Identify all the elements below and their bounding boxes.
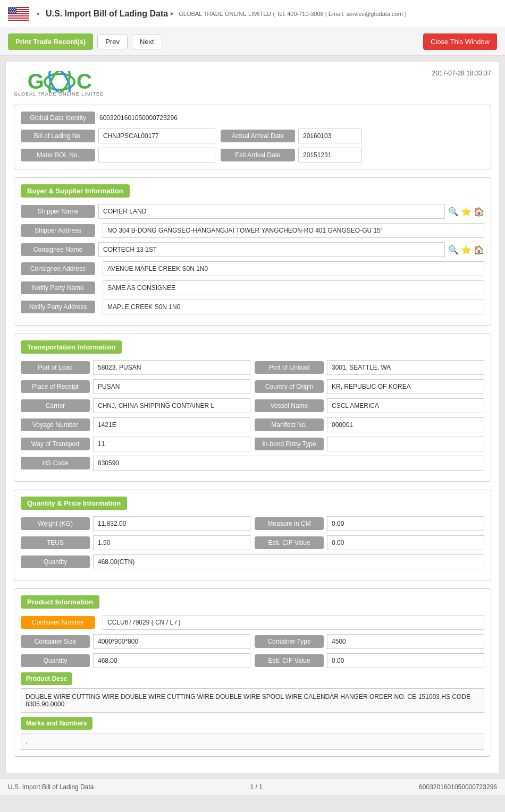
toolbar: Print Trade Record(s) Prev Next Close Th…: [0, 28, 505, 56]
esti-cif-field[interactable]: [327, 535, 484, 550]
title-dropdown-arrow[interactable]: ▾: [170, 10, 173, 18]
svg-rect-5: [8, 16, 29, 18]
inbond-entry-field[interactable]: [327, 437, 484, 451]
container-number-label: Container Number: [21, 616, 95, 629]
way-of-transport-label: Way of Transport: [21, 438, 90, 450]
shipper-search-icon[interactable]: 🔍: [448, 207, 459, 217]
esti-arrival-field[interactable]: [298, 148, 362, 163]
prev-button[interactable]: Prev: [97, 34, 128, 49]
manifest-no-field[interactable]: [327, 417, 484, 432]
logo-symbol: [44, 71, 75, 92]
top-header: ▾ U.S. Import Bill of Lading Data ▾ GLOB…: [0, 0, 505, 28]
shipper-home-icon[interactable]: 🏠: [474, 207, 484, 217]
weight-measure-row: Weight (KG) Measure in CM: [21, 516, 484, 531]
flag-icon: [8, 5, 33, 22]
esti-cif-label: Esti. CIF Value: [255, 536, 324, 549]
shipper-name-field[interactable]: [98, 204, 445, 219]
buyer-supplier-header: Buyer & Supplier Information: [21, 184, 130, 198]
svg-point-11: [15, 7, 16, 8]
carrier-field[interactable]: [93, 398, 250, 413]
shipper-address-field[interactable]: [103, 223, 484, 238]
transport-inbond-row: Way of Transport In-bond Entry Type: [21, 437, 484, 451]
product-esti-cif-field[interactable]: [327, 653, 484, 668]
hs-code-label: HS Code: [21, 457, 90, 469]
timestamp: 2017-07-28 18:33:37: [432, 70, 491, 77]
way-of-transport-field[interactable]: [93, 437, 250, 451]
bol-no-field[interactable]: [98, 129, 215, 143]
consignee-home-icon[interactable]: 🏠: [474, 245, 484, 255]
master-bol-field[interactable]: [98, 148, 215, 163]
consignee-name-row: Consignee Name 🔍 ⭐ 🏠: [21, 242, 484, 257]
shipper-address-label: Shipper Address: [21, 224, 95, 237]
bol-row: Bill of Lading No. Actual Arrival Date: [21, 129, 484, 143]
actual-arrival-field[interactable]: [298, 129, 362, 143]
transportation-card: Transportation Information Port of Load …: [14, 334, 491, 482]
svg-point-19: [10, 12, 11, 13]
manifest-no-label: Manifest No.: [255, 418, 324, 431]
marks-numbers-button[interactable]: Marks and Numbers: [21, 717, 92, 730]
shipper-address-row: Shipper Address: [21, 223, 484, 238]
weight-field[interactable]: [93, 516, 250, 531]
container-size-type-row: Container Size Container Type: [21, 634, 484, 649]
svg-point-12: [10, 9, 11, 10]
product-header: Product Information: [21, 595, 99, 609]
shipper-name-row: Shipper Name 🔍 ⭐ 🏠: [21, 204, 484, 219]
close-button[interactable]: Close This Window: [423, 33, 497, 50]
svg-point-16: [11, 11, 12, 12]
teus-cif-row: TEUS Esti. CIF Value: [21, 535, 484, 550]
next-button[interactable]: Next: [132, 34, 162, 49]
inbond-entry-label: In-bond Entry Type: [255, 438, 324, 450]
teus-field[interactable]: [93, 535, 250, 550]
product-quantity-cif-row: Quantity Esti. CIF Value: [21, 653, 484, 668]
svg-point-10: [13, 7, 14, 8]
esti-arrival-label: Esti Arrival Date: [221, 149, 295, 161]
svg-rect-4: [8, 14, 29, 15]
vessel-name-label: Vessel Name: [255, 399, 324, 412]
container-number-field[interactable]: [103, 615, 484, 630]
weight-label: Weight (KG): [21, 517, 90, 530]
consignee-address-field[interactable]: [103, 261, 484, 276]
product-desc-button[interactable]: Product Desc: [21, 672, 72, 685]
consignee-icons: 🔍 ⭐ 🏠: [448, 245, 484, 255]
quantity-field[interactable]: [93, 554, 484, 569]
carrier-label: Carrier: [21, 399, 90, 412]
svg-rect-6: [8, 19, 29, 20]
logo-g: G: [28, 70, 43, 93]
quantity-row: Quantity: [21, 554, 484, 569]
voyage-number-field[interactable]: [93, 417, 250, 432]
site-title: U.S. Import Bill of Lading Data: [46, 9, 168, 19]
product-quantity-field[interactable]: [93, 653, 250, 668]
vessel-name-field[interactable]: [327, 398, 484, 413]
svg-point-15: [9, 11, 10, 12]
actual-arrival-label: Actual Arrival Date: [221, 130, 295, 142]
company-info: GLOBAL TRADE ONLINE LIMITED ( Tel: 400-7…: [179, 11, 406, 17]
container-type-field[interactable]: [327, 634, 484, 649]
product-desc-text: DOUBLE WIRE CUTTING WIRE DOUBLE WIRE CUT…: [21, 688, 484, 713]
svg-point-21: [14, 12, 15, 13]
port-of-load-field[interactable]: [93, 360, 250, 375]
print-button[interactable]: Print Trade Record(s): [8, 33, 93, 50]
consignee-address-label: Consignee Address: [21, 262, 95, 275]
product-esti-cif-label: Esti. CIF Value: [255, 654, 324, 667]
quantity-price-header: Quantity & Price Information: [21, 497, 127, 510]
country-of-origin-field[interactable]: [327, 379, 484, 394]
container-size-field[interactable]: [93, 634, 250, 649]
measure-field[interactable]: [327, 516, 484, 531]
identity-card: Global Data Identity 6003201601050000723…: [14, 105, 491, 169]
consignee-address-row: Consignee Address: [21, 261, 484, 276]
shipper-star-icon[interactable]: ⭐: [461, 207, 472, 217]
consignee-search-icon[interactable]: 🔍: [448, 245, 459, 255]
place-of-receipt-field[interactable]: [93, 379, 250, 394]
page-footer: U.S. Import Bill of Lading Data 1 / 1 60…: [0, 779, 505, 795]
svg-point-18: [15, 11, 16, 12]
port-of-unload-field[interactable]: [327, 360, 484, 375]
voyage-number-label: Voyage Number: [21, 418, 90, 431]
master-bol-label: Mater BOL No.: [21, 149, 95, 161]
hs-code-field[interactable]: [93, 456, 484, 471]
notify-address-row: Notify Party Address: [21, 300, 484, 314]
notify-party-address-field[interactable]: [103, 300, 484, 314]
consignee-name-field[interactable]: [98, 242, 445, 257]
consignee-star-icon[interactable]: ⭐: [461, 245, 472, 255]
notify-party-name-field[interactable]: [103, 280, 484, 295]
flag-dropdown-arrow[interactable]: ▾: [37, 11, 39, 17]
